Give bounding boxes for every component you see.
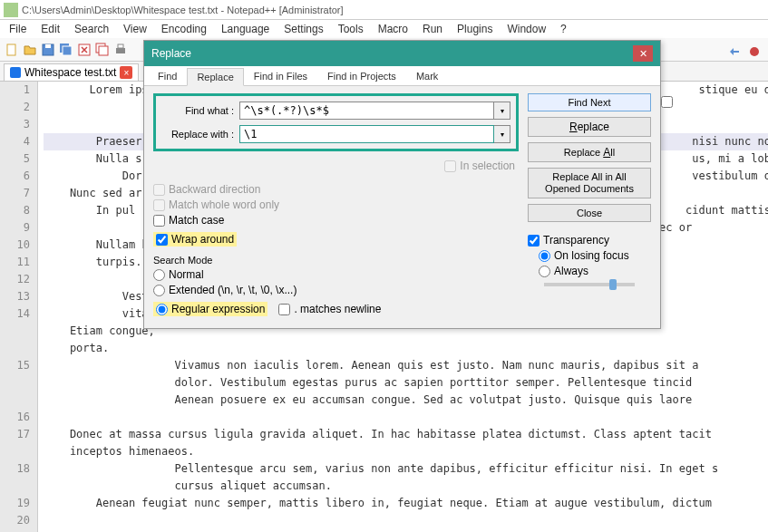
svg-point-10: [750, 47, 759, 56]
trans-always-label: Always: [554, 265, 588, 277]
file-tab-close[interactable]: ×: [120, 66, 132, 79]
find-what-input[interactable]: [239, 102, 494, 120]
match-whole-label: Match whole word only: [169, 198, 279, 211]
menu-tools[interactable]: Tools: [333, 21, 369, 37]
replace-button[interactable]: Replace: [528, 117, 651, 137]
file-tab-name: Whitespace test.txt: [24, 66, 116, 79]
close-button[interactable]: Close: [528, 204, 651, 222]
svg-rect-2: [45, 44, 51, 48]
replace-all-opened-button[interactable]: Replace All in All Opened Documents: [528, 168, 651, 198]
input-group-highlight: Find what : ▾ Replace with : ▾: [153, 93, 519, 151]
dialog-tabs: Find Replace Find in Files Find in Proje…: [144, 66, 660, 86]
menu-help[interactable]: ?: [555, 21, 572, 37]
trans-always-radio[interactable]: [539, 266, 550, 277]
toolbar-nav-icon[interactable]: [726, 44, 743, 60]
match-whole-checkbox: [153, 199, 165, 211]
menu-run[interactable]: Run: [417, 21, 448, 37]
wrap-around-checkbox[interactable]: [156, 234, 168, 246]
line-gutter: 123456789101112131415161718192021: [0, 82, 38, 532]
match-case-label: Match case: [169, 214, 224, 227]
mode-extended-label: Extended (\n, \r, \t, \0, \x...): [169, 284, 297, 296]
tab-replace[interactable]: Replace: [187, 68, 243, 86]
matches-newline-label: . matches newline: [294, 303, 381, 315]
menu-encoding[interactable]: Encoding: [156, 21, 212, 37]
tab-mark[interactable]: Mark: [406, 67, 448, 85]
svg-rect-4: [63, 46, 72, 55]
menu-file[interactable]: File: [4, 21, 32, 37]
transparency-label: Transparency: [543, 234, 609, 247]
tab-find-in-projects[interactable]: Find in Projects: [317, 67, 406, 85]
match-case-checkbox[interactable]: [153, 215, 165, 227]
replace-dialog: Replace ✕ Find Replace Find in Files Fin…: [143, 40, 661, 329]
menu-window[interactable]: Window: [501, 21, 551, 37]
window-titlebar: C:\Users\Admin\Desktop\Whitespace test.t…: [0, 0, 768, 20]
replace-with-input[interactable]: [239, 125, 494, 143]
save-all-icon[interactable]: [58, 42, 74, 58]
new-file-icon[interactable]: [4, 42, 20, 58]
menu-plugins[interactable]: Plugins: [452, 21, 498, 37]
replace-button-label: eplace: [578, 121, 609, 133]
print-icon[interactable]: [112, 42, 129, 58]
menu-macro[interactable]: Macro: [373, 21, 413, 37]
app-icon: [4, 3, 18, 17]
mode-regex-label: Regular expression: [171, 303, 265, 315]
file-modified-icon: [10, 67, 21, 78]
find-what-dropdown[interactable]: ▾: [494, 102, 510, 120]
find-next-direction-checkbox[interactable]: [661, 96, 673, 108]
replace-with-label: Replace with :: [161, 129, 234, 140]
mode-regex-radio[interactable]: [156, 304, 168, 315]
menu-search[interactable]: Search: [69, 21, 114, 37]
file-tab[interactable]: Whitespace test.txt ×: [4, 63, 139, 81]
open-file-icon[interactable]: [22, 42, 38, 58]
find-next-button[interactable]: Find Next: [528, 93, 651, 111]
backward-checkbox: [153, 184, 165, 196]
tab-find[interactable]: Find: [148, 67, 187, 85]
backward-label: Backward direction: [169, 183, 260, 196]
dialog-titlebar[interactable]: Replace ✕: [144, 41, 660, 66]
svg-rect-9: [118, 44, 123, 48]
matches-newline-checkbox[interactable]: [278, 304, 290, 315]
in-selection-checkbox: [444, 160, 456, 172]
menu-edit[interactable]: Edit: [35, 21, 65, 37]
close-icon[interactable]: [76, 42, 92, 58]
find-what-label: Find what :: [161, 105, 234, 116]
replace-all-button[interactable]: Replace All: [528, 142, 651, 162]
replace-with-dropdown[interactable]: ▾: [494, 125, 510, 143]
in-selection-row: In selection: [444, 160, 515, 172]
tab-find-in-files[interactable]: Find in Files: [244, 67, 317, 85]
mode-normal-radio[interactable]: [153, 269, 165, 281]
dialog-title: Replace: [151, 47, 191, 60]
trans-losing-label: On losing focus: [554, 249, 629, 262]
menubar: File Edit Search View Encoding Language …: [0, 20, 768, 38]
in-selection-label: In selection: [460, 160, 515, 172]
close-all-icon[interactable]: [94, 42, 111, 58]
mode-extended-radio[interactable]: [153, 285, 165, 296]
wrap-around-label: Wrap around: [171, 233, 234, 246]
transparency-slider[interactable]: [544, 283, 635, 286]
menu-settings[interactable]: Settings: [278, 21, 328, 37]
svg-rect-8: [116, 48, 125, 53]
menu-language[interactable]: Language: [216, 21, 275, 37]
window-title: C:\Users\Admin\Desktop\Whitespace test.t…: [22, 5, 344, 15]
dialog-close-button[interactable]: ✕: [633, 45, 653, 62]
transparency-checkbox[interactable]: [528, 235, 540, 247]
save-icon[interactable]: [40, 42, 56, 58]
mode-normal-label: Normal: [169, 268, 204, 281]
toolbar-record-icon[interactable]: [746, 44, 763, 60]
menu-view[interactable]: View: [118, 21, 152, 37]
trans-losing-radio[interactable]: [539, 250, 550, 262]
svg-rect-7: [99, 46, 108, 55]
search-mode-label: Search Mode: [153, 255, 519, 266]
svg-rect-0: [7, 44, 15, 55]
